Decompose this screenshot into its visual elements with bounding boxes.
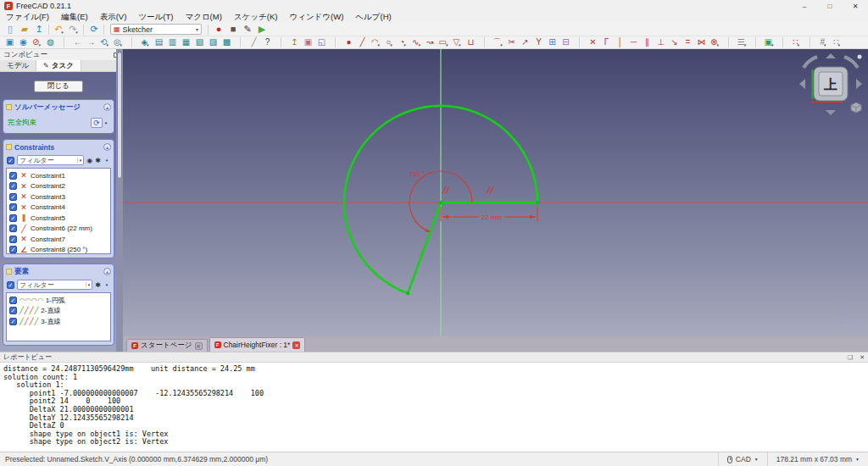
fillet-button[interactable]: ⌒▾ — [491, 36, 504, 48]
toolbar-icon[interactable] — [776, 36, 789, 48]
nav-arrow-left-icon[interactable] — [799, 79, 805, 89]
view-front-button[interactable]: ▤ — [152, 36, 165, 48]
collapse-icon[interactable]: ▴ — [103, 143, 111, 151]
menu-item[interactable]: ウィンドウ(W) — [283, 12, 349, 23]
3d-viewport[interactable]: 250 ° 22 mm — [123, 49, 868, 336]
save-button[interactable]: ↥ — [31, 24, 46, 36]
constraint-checkbox[interactable]: ✓ — [9, 182, 17, 190]
toolbar-icon[interactable] — [233, 36, 247, 48]
draw-style-button[interactable]: ◍ — [43, 36, 57, 48]
constrain-parallel-button[interactable]: ∥ — [640, 36, 654, 48]
constraint-row[interactable]: ✓ ✕ Constraint2 — [8, 181, 109, 192]
view-top-button[interactable]: ▥ — [165, 36, 179, 48]
menu-item[interactable]: ツール(T) — [132, 12, 179, 23]
toolbar-icon[interactable] — [803, 36, 816, 48]
element-checkbox[interactable]: ✓ — [9, 297, 17, 304]
origin-point[interactable] — [439, 201, 442, 204]
constraint-row[interactable]: ✓ ∥ Constraint5 — [8, 213, 109, 224]
sketch-vertex[interactable] — [536, 201, 539, 204]
toolbar-icon[interactable] — [748, 36, 762, 48]
nav-forward-button[interactable]: → — [84, 36, 97, 48]
constraint-checkbox[interactable]: ✓ — [9, 225, 17, 232]
constrain-equal-button[interactable]: = — [681, 36, 694, 48]
toolbar-icon[interactable] — [46, 24, 52, 36]
view-bottom-button[interactable]: ▨ — [206, 36, 220, 48]
menu-item[interactable]: 編集(E) — [55, 12, 94, 23]
external-geometry-button[interactable]: ⊞ — [545, 36, 559, 48]
solver-refresh-icon[interactable]: ⟳ — [91, 118, 103, 128]
constrain-perpendicular-button[interactable]: ⊥ — [654, 36, 667, 48]
toolbar-icon[interactable] — [572, 36, 586, 48]
extend-button[interactable]: ↗ — [518, 36, 531, 48]
constraint-row[interactable]: ✓ ✕ Constraint3 — [8, 191, 109, 202]
carbon-copy-button[interactable]: ⊟ — [559, 36, 572, 48]
view-right-button[interactable]: ▦ — [179, 36, 192, 48]
clipping-plane-button[interactable]: ⊘▾ — [30, 36, 43, 48]
workbench-selector[interactable]: ▦ Sketcher ▾ — [110, 24, 202, 35]
refresh-button[interactable]: ⟳ — [86, 24, 101, 36]
element-row[interactable]: ✓ ╱╱╱╱ 2-直線 — [8, 306, 109, 317]
close-task-button[interactable]: 閉じる — [34, 80, 83, 92]
macro-edit-button[interactable]: ✎ — [240, 24, 254, 36]
zoom-tools-button[interactable]: ◎▾ — [111, 36, 125, 48]
create-polyline-button[interactable]: ↝ — [423, 36, 437, 48]
elements-check-all-checkbox[interactable]: ✓ — [7, 281, 14, 289]
nav-arrow-right-icon[interactable] — [856, 79, 862, 89]
orbit-button[interactable]: ⟲▾ — [97, 36, 111, 48]
chevron-down-icon[interactable]: ▾ — [103, 118, 109, 128]
macro-stop-button[interactable]: ■ — [225, 24, 240, 36]
toolbar-icon[interactable] — [125, 36, 138, 48]
create-arc-button[interactable]: ◠▾ — [369, 36, 382, 48]
element-checkbox[interactable]: ✓ — [9, 318, 17, 325]
toolbar-icon[interactable] — [328, 36, 342, 48]
collapse-icon[interactable]: ▴ — [103, 268, 111, 275]
constraint-row[interactable]: ✓ ╱ Constraint6 (22 mm) — [8, 224, 109, 235]
rotate-cw-arrow-icon[interactable] — [844, 57, 858, 68]
parallel-constraint-icon[interactable] — [442, 186, 449, 193]
macro-play-button[interactable]: ▶ — [254, 24, 269, 36]
create-point-button[interactable]: ● — [342, 36, 355, 48]
minimize-button[interactable]: – — [792, 0, 817, 12]
menu-item[interactable]: ファイル(F) — [0, 12, 55, 23]
nav-arrow-up-icon[interactable] — [826, 53, 836, 58]
virtual-space-button[interactable]: ∷▾ — [789, 36, 803, 48]
rotate-ccw-arrow-icon[interactable] — [804, 57, 817, 68]
menu-item[interactable]: 表示(V) — [94, 12, 133, 23]
collapse-icon[interactable]: ▴ — [103, 103, 111, 111]
menu-item[interactable]: スケッチ(K) — [228, 12, 284, 23]
angle-dimension-label[interactable]: 250 ° — [409, 170, 426, 178]
constraint-checkbox[interactable]: ✓ — [9, 214, 17, 222]
redo-button[interactable]: ↷▾ — [66, 24, 81, 36]
snap-button[interactable]: ∷▾ — [830, 36, 843, 48]
macro-record-button[interactable]: ● — [211, 24, 225, 36]
trim-button[interactable]: ✂ — [504, 36, 518, 48]
navigation-cube[interactable]: 上 — [797, 51, 865, 119]
create-conic-button[interactable]: ◔▾ — [396, 36, 409, 48]
constrain-block-button[interactable]: ⊗▾ — [708, 36, 721, 48]
float-panel-icon[interactable]: ❏ — [848, 354, 853, 361]
create-line-button[interactable]: ╱ — [355, 36, 369, 48]
restore-button[interactable]: □ — [817, 0, 843, 12]
toolbar-icon[interactable] — [274, 36, 287, 48]
nav-back-button[interactable]: ← — [70, 36, 84, 48]
chevron-down-icon[interactable]: ▾ — [103, 155, 110, 165]
constraints-check-all-checkbox[interactable]: ✓ — [7, 157, 14, 164]
sketch-canvas[interactable]: 250 ° 22 mm — [123, 49, 868, 336]
constraints-filter-dropdown[interactable]: フィルター▾ — [17, 155, 84, 165]
constraint-checkbox[interactable]: ✓ — [9, 203, 17, 211]
view-left-button[interactable]: ▩ — [220, 36, 233, 48]
tab-close-icon[interactable]: ✕ — [195, 342, 203, 350]
nav-arrow-down-icon[interactable] — [826, 110, 836, 115]
image-export-button[interactable]: ▣ — [301, 36, 314, 48]
constrain-symmetric-button[interactable]: ⋈ — [694, 36, 708, 48]
create-rectangle-button[interactable]: ▭▾ — [437, 36, 450, 48]
parallel-constraint-icon[interactable] — [487, 186, 493, 193]
nav-cube-top-label[interactable]: 上 — [823, 77, 837, 92]
panel-scrollbar[interactable] — [116, 49, 123, 352]
constrain-point-on-object-button[interactable]: Γ — [599, 36, 613, 48]
constrain-coincident-button[interactable]: ✕ — [586, 36, 599, 48]
close-button[interactable]: ✕ — [843, 0, 868, 12]
report-log[interactable]: distance = 24.24871130596429mm unit dist… — [0, 363, 868, 447]
constraint-row[interactable]: ✓ ✕ Constraint4 — [8, 202, 109, 214]
tab-close-icon[interactable]: ✕ — [292, 341, 300, 349]
